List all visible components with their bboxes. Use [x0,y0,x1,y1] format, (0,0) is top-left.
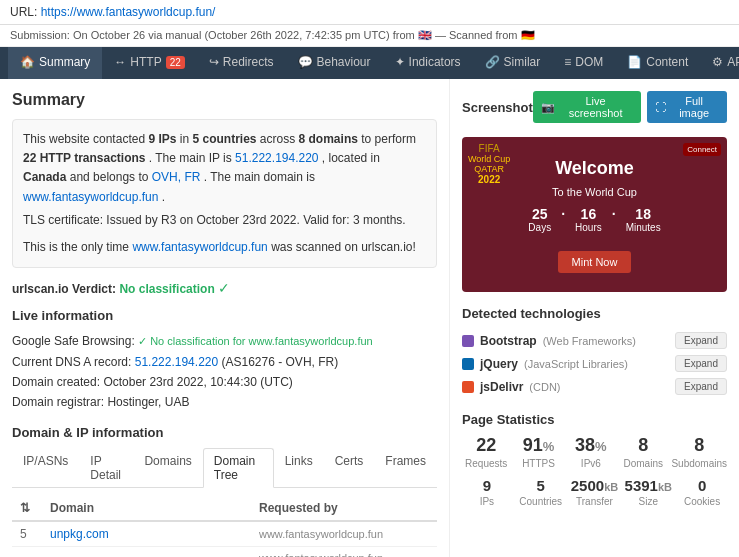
summary-main-ip[interactable]: 51.222.194.220 [235,151,318,165]
stat-label: Domains [619,458,667,469]
countdown: 25 Days · 16 Hours · 18 Minutes [528,206,660,233]
tech-item: jsDelivr (CDN) Expand [462,375,727,398]
redirects-icon: ↪ [209,55,219,69]
stat-label: Countries [516,496,566,507]
registrar-value: Hostinger, UAB [107,395,189,409]
created-value: October 23rd 2022, 10:44:30 (UTC) [103,375,292,389]
scanned-flag: 🇩🇪 [521,29,535,41]
tab-similar-label: Similar [504,55,541,69]
countdown-separator: · [561,206,565,233]
tab-links[interactable]: Links [274,448,324,488]
domain-ip-heading: Domain & IP information [12,425,437,440]
registrar-label: Domain registrar: [12,395,104,409]
scanned-label: — Scanned from [435,29,518,41]
summary-text3: across [260,132,299,146]
domain-table: ⇅ Domain Requested by 5 unpkg.com www.fa… [12,496,437,557]
summary-transactions: 22 HTTP transactions [23,151,145,165]
tab-http[interactable]: ↔ HTTP 22 [102,47,196,79]
tab-domaintree[interactable]: Domain Tree [203,448,274,488]
live-info: Live information Google Safe Browsing: ✓… [12,308,437,413]
tab-frames[interactable]: Frames [374,448,437,488]
tech-list: Bootstrap (Web Frameworks) Expand jQuery… [462,329,727,398]
summary-belongs[interactable]: OVH, FR [152,170,201,184]
from-label: from [393,29,418,41]
tech-expand-btn[interactable]: Expand [675,355,727,372]
row-num: 5 [12,521,42,547]
url-label: URL: [10,5,37,19]
row-domain[interactable]: unpkg.com [42,521,251,547]
screenshot-preview[interactable]: FIFA World Cup QATAR 2022 Connect Welcom… [462,137,727,292]
similar-icon: 🔗 [485,55,500,69]
summary-dot: . [162,190,165,204]
tab-ipdetail[interactable]: IP Detail [79,448,133,488]
nav-tabs: 🏠 Summary ↔ HTTP 22 ↪ Redirects 💬 Behavi… [0,47,739,79]
tech-item: jQuery (JavaScript Libraries) Expand [462,352,727,375]
home-icon: 🏠 [20,55,35,69]
right-panel: Screenshot 📷 Live screenshot ⛶ Full imag… [449,79,739,557]
summary-main-domain[interactable]: www.fantasyworldcup.fun [23,190,158,204]
gsb-label: Google Safe Browsing: [12,334,135,348]
gsb-link[interactable]: No classification for www.fantasyworldcu… [150,335,373,347]
col-domain-header: Domain [42,496,251,521]
tech-icon [462,335,474,347]
stat-num: 8 [619,435,667,456]
stat-item: 9 IPs [462,477,512,507]
screenshot-heading: Screenshot [462,100,533,115]
summary-heading: Summary [12,91,437,109]
stat-num: 91% [514,435,562,456]
live-info-heading: Live information [12,308,437,323]
stat-num: 9 [462,477,512,494]
tech-expand-btn[interactable]: Expand [675,332,727,349]
tab-certs[interactable]: Certs [324,448,375,488]
screenshot-buttons: 📷 Live screenshot ⛶ Full image [533,91,727,123]
api-icon: ⚙ [712,55,723,69]
summary-location: Canada [23,170,66,184]
scan-text: This is the only time www.fantasyworldcu… [23,238,426,257]
tab-ipasns[interactable]: IP/ASNs [12,448,79,488]
created-label: Domain created: [12,375,100,389]
stat-label: Size [623,496,673,507]
tab-domains[interactable]: Domains [133,448,202,488]
stat-label: HTTPS [514,458,562,469]
tab-summary[interactable]: 🏠 Summary [8,47,102,79]
stat-num: 2500kB [570,477,620,494]
summary-text5: . The main IP is [149,151,235,165]
tab-api[interactable]: ⚙ API [700,47,739,79]
dns-ip[interactable]: 51.222.194.220 [135,355,218,369]
tab-api-label: API [727,55,739,69]
stat-item: 38% IPv6 [567,435,615,469]
tab-behaviour[interactable]: 💬 Behaviour [286,47,383,79]
scan-text1: This is the only time [23,240,132,254]
wc-welcome-title: Welcome [528,156,660,181]
expand-icon: ⛶ [655,101,666,113]
live-screenshot-btn[interactable]: 📷 Live screenshot [533,91,642,123]
tab-indicators[interactable]: ✦ Indicators [383,47,473,79]
stat-num: 38% [567,435,615,456]
summary-text2: in [180,132,193,146]
stat-num: 0 [677,477,727,494]
wc-subtitle: To the World Cup [528,186,660,198]
tab-redirects[interactable]: ↪ Redirects [197,47,286,79]
tech-expand-btn[interactable]: Expand [675,378,727,395]
summary-text1: This website contacted [23,132,148,146]
table-row: 5 worldfantasycup.com www.fantasyworldcu… [12,546,437,557]
tab-dom[interactable]: ≡ DOM [552,47,615,79]
tab-content[interactable]: 📄 Content [615,47,700,79]
verdict-label: urlscan.io Verdict: [12,282,119,296]
url-link[interactable]: https://www.fantasyworldcup.fun/ [41,5,216,19]
page-stats-heading: Page Statistics [462,412,727,427]
tech-type: (CDN) [529,381,560,393]
domain-link[interactable]: unpkg.com [50,527,109,541]
tab-similar[interactable]: 🔗 Similar [473,47,553,79]
mint-now-btn[interactable]: Mint Now [558,251,632,273]
stat-item: 0 Cookies [677,477,727,507]
stat-item: 8 Subdomains [671,435,727,469]
stat-num: 5 [516,477,566,494]
scan-domain[interactable]: www.fantasyworldcup.fun [132,240,267,254]
tech-type: (Web Frameworks) [543,335,636,347]
row-domain[interactable]: worldfantasycup.com [42,546,251,557]
submission-info: Submission: On October 26 via manual (Oc… [0,25,739,47]
full-image-btn[interactable]: ⛶ Full image [647,91,727,123]
verdict-check-icon: ✓ [218,280,230,296]
tls-text: TLS certificate: Issued by R3 on October… [23,211,426,230]
